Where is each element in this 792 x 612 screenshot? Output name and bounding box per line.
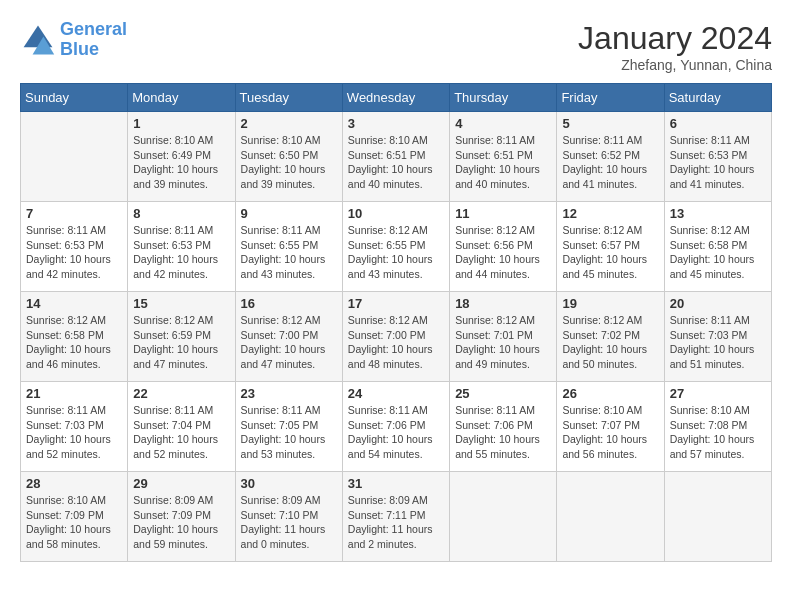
daylight-label: Daylight: 10 hours and 51 minutes.: [670, 343, 755, 370]
day-info: Sunrise: 8:11 AM Sunset: 6:53 PM Dayligh…: [26, 223, 122, 282]
calendar-cell: 26 Sunrise: 8:10 AM Sunset: 7:07 PM Dayl…: [557, 382, 664, 472]
daylight-label: Daylight: 10 hours and 58 minutes.: [26, 523, 111, 550]
day-number: 20: [670, 296, 766, 311]
sunset-label: Sunset: 7:10 PM: [241, 509, 319, 521]
sunset-label: Sunset: 6:57 PM: [562, 239, 640, 251]
calendar-cell: 1 Sunrise: 8:10 AM Sunset: 6:49 PM Dayli…: [128, 112, 235, 202]
sunset-label: Sunset: 6:59 PM: [133, 329, 211, 341]
day-number: 25: [455, 386, 551, 401]
day-number: 23: [241, 386, 337, 401]
sunset-label: Sunset: 7:06 PM: [348, 419, 426, 431]
sunrise-label: Sunrise: 8:12 AM: [241, 314, 321, 326]
sunset-label: Sunset: 7:01 PM: [455, 329, 533, 341]
daylight-label: Daylight: 10 hours and 39 minutes.: [133, 163, 218, 190]
calendar-cell: 30 Sunrise: 8:09 AM Sunset: 7:10 PM Dayl…: [235, 472, 342, 562]
sunset-label: Sunset: 6:51 PM: [455, 149, 533, 161]
sunrise-label: Sunrise: 8:11 AM: [241, 224, 321, 236]
day-number: 9: [241, 206, 337, 221]
daylight-label: Daylight: 10 hours and 42 minutes.: [26, 253, 111, 280]
daylight-label: Daylight: 10 hours and 45 minutes.: [670, 253, 755, 280]
day-number: 10: [348, 206, 444, 221]
page-header: General Blue January 2024 Zhefang, Yunna…: [20, 20, 772, 73]
day-number: 13: [670, 206, 766, 221]
daylight-label: Daylight: 10 hours and 41 minutes.: [670, 163, 755, 190]
day-number: 15: [133, 296, 229, 311]
sunrise-label: Sunrise: 8:11 AM: [241, 404, 321, 416]
sunrise-label: Sunrise: 8:11 AM: [26, 224, 106, 236]
sunset-label: Sunset: 7:02 PM: [562, 329, 640, 341]
day-number: 24: [348, 386, 444, 401]
sunrise-label: Sunrise: 8:11 AM: [348, 404, 428, 416]
calendar-cell: 19 Sunrise: 8:12 AM Sunset: 7:02 PM Dayl…: [557, 292, 664, 382]
sunset-label: Sunset: 7:05 PM: [241, 419, 319, 431]
daylight-label: Daylight: 10 hours and 40 minutes.: [348, 163, 433, 190]
calendar-cell: 23 Sunrise: 8:11 AM Sunset: 7:05 PM Dayl…: [235, 382, 342, 472]
sunset-label: Sunset: 7:08 PM: [670, 419, 748, 431]
svg-marker-0: [24, 25, 53, 47]
day-info: Sunrise: 8:12 AM Sunset: 6:59 PM Dayligh…: [133, 313, 229, 372]
day-number: 27: [670, 386, 766, 401]
day-info: Sunrise: 8:11 AM Sunset: 6:53 PM Dayligh…: [133, 223, 229, 282]
sunset-label: Sunset: 7:09 PM: [26, 509, 104, 521]
day-number: 1: [133, 116, 229, 131]
sunset-label: Sunset: 6:58 PM: [26, 329, 104, 341]
col-wednesday: Wednesday: [342, 84, 449, 112]
sunrise-label: Sunrise: 8:11 AM: [455, 404, 535, 416]
sunrise-label: Sunrise: 8:11 AM: [26, 404, 106, 416]
col-monday: Monday: [128, 84, 235, 112]
sunrise-label: Sunrise: 8:10 AM: [348, 134, 428, 146]
day-number: 7: [26, 206, 122, 221]
calendar-cell: [450, 472, 557, 562]
calendar-week-row: 7 Sunrise: 8:11 AM Sunset: 6:53 PM Dayli…: [21, 202, 772, 292]
calendar-cell: 6 Sunrise: 8:11 AM Sunset: 6:53 PM Dayli…: [664, 112, 771, 202]
calendar-cell: 2 Sunrise: 8:10 AM Sunset: 6:50 PM Dayli…: [235, 112, 342, 202]
day-info: Sunrise: 8:10 AM Sunset: 7:08 PM Dayligh…: [670, 403, 766, 462]
sunrise-label: Sunrise: 8:12 AM: [670, 224, 750, 236]
sunset-label: Sunset: 6:51 PM: [348, 149, 426, 161]
calendar-cell: 16 Sunrise: 8:12 AM Sunset: 7:00 PM Dayl…: [235, 292, 342, 382]
day-info: Sunrise: 8:09 AM Sunset: 7:09 PM Dayligh…: [133, 493, 229, 552]
day-number: 11: [455, 206, 551, 221]
day-number: 30: [241, 476, 337, 491]
sunset-label: Sunset: 7:11 PM: [348, 509, 426, 521]
daylight-label: Daylight: 10 hours and 47 minutes.: [241, 343, 326, 370]
sunset-label: Sunset: 6:53 PM: [133, 239, 211, 251]
sunrise-label: Sunrise: 8:12 AM: [348, 314, 428, 326]
day-info: Sunrise: 8:11 AM Sunset: 7:05 PM Dayligh…: [241, 403, 337, 462]
day-number: 19: [562, 296, 658, 311]
sunset-label: Sunset: 7:03 PM: [670, 329, 748, 341]
calendar-cell: [21, 112, 128, 202]
calendar-cell: [557, 472, 664, 562]
day-info: Sunrise: 8:12 AM Sunset: 7:00 PM Dayligh…: [241, 313, 337, 372]
sunset-label: Sunset: 6:52 PM: [562, 149, 640, 161]
daylight-label: Daylight: 10 hours and 52 minutes.: [133, 433, 218, 460]
calendar-table: Sunday Monday Tuesday Wednesday Thursday…: [20, 83, 772, 562]
sunset-label: Sunset: 6:58 PM: [670, 239, 748, 251]
col-friday: Friday: [557, 84, 664, 112]
day-number: 22: [133, 386, 229, 401]
sunrise-label: Sunrise: 8:12 AM: [562, 224, 642, 236]
day-info: Sunrise: 8:12 AM Sunset: 6:57 PM Dayligh…: [562, 223, 658, 282]
calendar-cell: 22 Sunrise: 8:11 AM Sunset: 7:04 PM Dayl…: [128, 382, 235, 472]
sunrise-label: Sunrise: 8:11 AM: [133, 224, 213, 236]
day-number: 14: [26, 296, 122, 311]
day-info: Sunrise: 8:09 AM Sunset: 7:10 PM Dayligh…: [241, 493, 337, 552]
day-info: Sunrise: 8:12 AM Sunset: 6:58 PM Dayligh…: [670, 223, 766, 282]
calendar-cell: [664, 472, 771, 562]
day-info: Sunrise: 8:11 AM Sunset: 6:55 PM Dayligh…: [241, 223, 337, 282]
day-info: Sunrise: 8:11 AM Sunset: 7:06 PM Dayligh…: [348, 403, 444, 462]
day-info: Sunrise: 8:12 AM Sunset: 7:01 PM Dayligh…: [455, 313, 551, 372]
sunset-label: Sunset: 6:50 PM: [241, 149, 319, 161]
daylight-label: Daylight: 11 hours and 2 minutes.: [348, 523, 433, 550]
calendar-cell: 15 Sunrise: 8:12 AM Sunset: 6:59 PM Dayl…: [128, 292, 235, 382]
sunset-label: Sunset: 6:55 PM: [348, 239, 426, 251]
daylight-label: Daylight: 10 hours and 47 minutes.: [133, 343, 218, 370]
sunset-label: Sunset: 7:03 PM: [26, 419, 104, 431]
calendar-week-row: 1 Sunrise: 8:10 AM Sunset: 6:49 PM Dayli…: [21, 112, 772, 202]
calendar-cell: 3 Sunrise: 8:10 AM Sunset: 6:51 PM Dayli…: [342, 112, 449, 202]
calendar-cell: 11 Sunrise: 8:12 AM Sunset: 6:56 PM Dayl…: [450, 202, 557, 292]
day-number: 21: [26, 386, 122, 401]
calendar-cell: 21 Sunrise: 8:11 AM Sunset: 7:03 PM Dayl…: [21, 382, 128, 472]
daylight-label: Daylight: 10 hours and 44 minutes.: [455, 253, 540, 280]
daylight-label: Daylight: 10 hours and 54 minutes.: [348, 433, 433, 460]
